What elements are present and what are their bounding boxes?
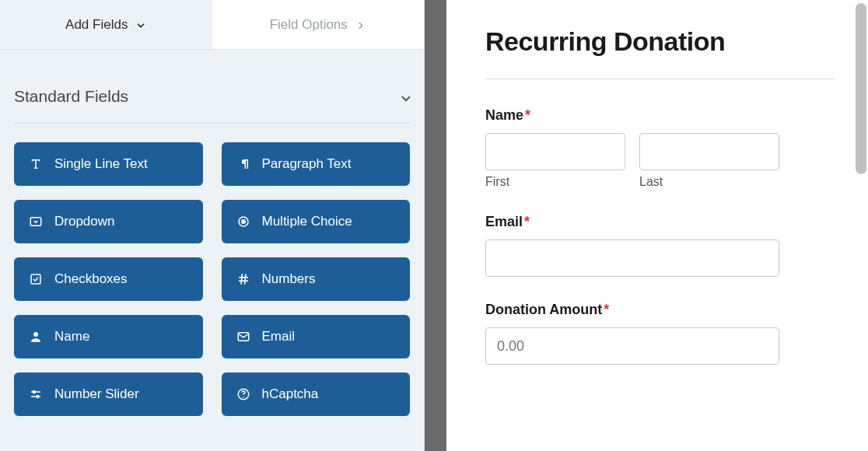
- text-icon: [28, 156, 44, 172]
- form-group-email: Email*: [485, 214, 829, 277]
- field-checkboxes[interactable]: Checkboxes: [14, 257, 203, 301]
- scrollbar-thumb[interactable]: [856, 3, 866, 174]
- dropdown-icon: [28, 214, 44, 229]
- required-mark: *: [525, 107, 530, 123]
- tab-field-options[interactable]: Field Options: [212, 0, 425, 49]
- field-paragraph-text[interactable]: Paragraph Text: [222, 142, 411, 186]
- svg-point-11: [33, 391, 35, 393]
- field-hcaptcha[interactable]: hCaptcha: [222, 372, 411, 416]
- fields-section: Standard Fields Single Line Text Para: [0, 50, 424, 416]
- svg-point-15: [243, 397, 244, 398]
- envelope-icon: [236, 329, 251, 344]
- name-label: Name*: [485, 107, 829, 124]
- scrollbar[interactable]: [852, 0, 868, 451]
- slider-icon: [28, 386, 44, 402]
- section-header-standard-fields[interactable]: Standard Fields: [14, 64, 410, 124]
- field-label: Numbers: [262, 271, 316, 287]
- field-dropdown[interactable]: Dropdown: [14, 200, 203, 243]
- field-label: Dropdown: [54, 214, 115, 229]
- tabs: Add Fields Field Options: [0, 0, 424, 50]
- divider: [485, 79, 835, 79]
- tab-field-options-label: Field Options: [270, 17, 348, 33]
- required-mark: *: [524, 214, 530, 229]
- panel-divider: [425, 0, 446, 451]
- field-label: Paragraph Text: [262, 156, 352, 172]
- svg-point-13: [37, 396, 39, 398]
- tab-add-fields-label: Add Fields: [65, 17, 128, 33]
- field-number-slider[interactable]: Number Slider: [14, 372, 203, 416]
- svg-line-7: [244, 274, 246, 285]
- chevron-right-icon: [355, 19, 366, 30]
- field-label: Name: [54, 329, 89, 344]
- svg-point-8: [33, 332, 38, 337]
- field-label: Number Slider: [54, 386, 139, 402]
- checkbox-icon: [28, 271, 44, 287]
- field-label: Email: [262, 329, 296, 344]
- field-single-line-text[interactable]: Single Line Text: [14, 142, 203, 186]
- form-group-name: Name* First Last: [485, 107, 829, 189]
- left-panel: Add Fields Field Options Standard Fields: [0, 0, 425, 451]
- email-label: Email*: [485, 214, 829, 230]
- email-input[interactable]: [485, 239, 779, 277]
- form-title: Recurring Donation: [485, 26, 829, 57]
- question-icon: [236, 386, 251, 402]
- amount-label-text: Donation Amount: [485, 302, 602, 317]
- fields-grid: Single Line Text Paragraph Text Dropdown: [14, 142, 410, 416]
- field-label: Multiple Choice: [262, 214, 352, 229]
- amount-label: Donation Amount*: [485, 302, 829, 318]
- radio-icon: [236, 214, 251, 229]
- chevron-down-icon: [399, 91, 410, 102]
- donation-amount-input[interactable]: [485, 327, 779, 365]
- field-email[interactable]: Email: [222, 315, 411, 358]
- svg-point-2: [241, 220, 245, 224]
- required-mark: *: [604, 302, 609, 317]
- section-title: Standard Fields: [14, 87, 128, 106]
- field-name[interactable]: Name: [14, 315, 203, 358]
- name-label-text: Name: [485, 107, 523, 123]
- last-sublabel: Last: [639, 175, 779, 189]
- first-sublabel: First: [485, 175, 625, 189]
- field-label: Single Line Text: [54, 156, 148, 172]
- form-group-amount: Donation Amount*: [485, 302, 829, 365]
- user-icon: [28, 329, 44, 344]
- field-numbers[interactable]: Numbers: [222, 257, 411, 301]
- email-label-text: Email: [485, 214, 523, 229]
- field-label: Checkboxes: [54, 271, 128, 287]
- svg-line-6: [241, 274, 243, 285]
- hash-icon: [236, 271, 251, 287]
- first-name-input[interactable]: [485, 133, 625, 170]
- last-name-input[interactable]: [639, 133, 779, 170]
- chevron-down-icon: [135, 19, 146, 30]
- field-multiple-choice[interactable]: Multiple Choice: [222, 200, 411, 243]
- paragraph-icon: [236, 156, 251, 172]
- svg-rect-3: [31, 274, 40, 284]
- tab-add-fields[interactable]: Add Fields: [0, 0, 212, 49]
- form-preview: Recurring Donation Name* First Last Emai…: [446, 0, 868, 451]
- field-label: hCaptcha: [262, 386, 319, 402]
